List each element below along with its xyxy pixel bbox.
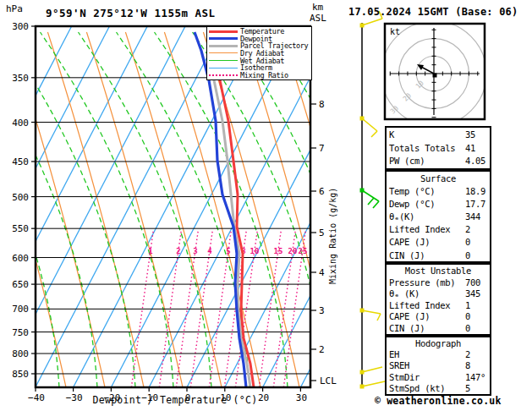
- pressure-tick-label: 700: [12, 304, 29, 315]
- stats-box-surface: SurfaceTemp (°C)18.9Dewp (°C)17.7θₑ(K)34…: [385, 170, 491, 263]
- stats-row-value: 345: [465, 288, 487, 300]
- hodograph: 102030kt: [381, 21, 486, 126]
- wind-barb-shaft: [362, 310, 381, 314]
- stats-row: CIN (J)0: [389, 249, 487, 262]
- stats-row-label: CAPE (J): [389, 236, 465, 249]
- stats-row: EH2: [389, 349, 487, 360]
- km-tick-label: 4: [319, 267, 325, 278]
- wet-adiabat-line: [79, 32, 212, 387]
- altitude-axis-unit-asl: ASL: [310, 13, 326, 24]
- wind-barb-shaft: [362, 118, 377, 131]
- wind-barb: [360, 367, 383, 375]
- dry-adiabat-line: [203, 32, 299, 387]
- pressure-tick-label: 650: [12, 279, 29, 290]
- pressure-tick-label: 450: [12, 156, 29, 167]
- stats-row-value: 2: [465, 349, 487, 360]
- dry-adiabat-line: [164, 32, 261, 387]
- stats-row-label: θₑ (K): [389, 288, 465, 300]
- stats-row: Lifted Index1: [389, 300, 487, 312]
- temperature-axis-label: Dewpoint / Temperature (°C): [36, 394, 315, 406]
- stats-row-value: 17.7: [465, 198, 487, 211]
- stats-row-label: CAPE (J): [389, 311, 465, 323]
- stats-row: Dewp (°C)17.7: [389, 198, 487, 211]
- mixing-ratio-value-label: 20: [288, 247, 298, 255]
- legend-line-swatch: [209, 30, 238, 33]
- stats-row-value: 35: [465, 129, 487, 142]
- hodograph-unit-label: kt: [390, 27, 400, 36]
- pressure-tick-label: 850: [12, 369, 29, 380]
- legend-label: Mixing Ratio: [240, 71, 288, 79]
- stats-box-most-unstable: Most UnstablePressure (mb)700θₑ (K)345Li…: [385, 263, 491, 336]
- stats-row-value: 0: [465, 236, 487, 249]
- legend-line-swatch: [209, 37, 238, 40]
- wet-adiabat-line: [497, 32, 532, 387]
- stats-row: CIN (J)0: [389, 323, 487, 335]
- dry-adiabat-line: [125, 32, 222, 387]
- pressure-tick-label: 550: [12, 223, 29, 234]
- stats-box-hodograph: HodographEH2SREH8StmDir147°StmSpd (kt)5: [385, 336, 491, 396]
- altitude-axis-unit-km: km: [312, 2, 323, 13]
- skewt-sounding-page: 1234581015202530035040045050055060065070…: [0, 0, 532, 411]
- stats-row-label: StmDir: [389, 372, 465, 383]
- stats-row-label: Temp (°C): [389, 185, 465, 198]
- stats-row-label: CIN (J): [389, 323, 465, 335]
- stats-row-label: EH: [389, 349, 465, 360]
- wind-barb-shaft: [362, 381, 385, 386]
- pressure-tick-label: 350: [12, 73, 29, 84]
- legend-line-swatch: [209, 68, 238, 68]
- wind-barb-shaft: [362, 190, 379, 201]
- stats-row: StmDir147°: [389, 372, 487, 383]
- stats-row-value: 0: [465, 323, 487, 335]
- mixing-ratio-value-label: 4: [207, 247, 212, 255]
- km-tick-label: 8: [319, 99, 325, 110]
- stats-row-value: 700: [465, 277, 487, 289]
- wind-barb: [360, 309, 381, 321]
- mixing-ratio-value-label: 15: [274, 247, 283, 255]
- mixing-ratio-value-label: 25: [299, 247, 308, 255]
- stats-row: PW (cm)4.05: [389, 155, 487, 168]
- pressure-tick-label: 500: [12, 192, 29, 203]
- mixing-ratio-value-label: 5: [226, 247, 230, 255]
- mixing-ratio-axis-label: Mixing Ratio (g/kg): [328, 188, 337, 284]
- stats-row: CAPE (J)0: [389, 311, 487, 323]
- stats-row-value: 147°: [465, 372, 487, 383]
- stats-row-value: 2: [465, 223, 487, 236]
- wind-barb-feather: [377, 314, 381, 321]
- stats-row-label: K: [389, 129, 465, 142]
- hodograph-origin-marker: [433, 74, 437, 78]
- km-tick-label: 5: [319, 227, 325, 238]
- stats-row: SREH8: [389, 360, 487, 371]
- pressure-axis-unit: hPa: [6, 3, 23, 14]
- wet-adiabat-line: [0, 32, 59, 387]
- stats-row-value: 0: [465, 311, 487, 323]
- stats-row: Temp (°C)18.9: [389, 185, 487, 198]
- wind-barb-feather: [371, 131, 377, 137]
- legend-dotted-line-swatch: [209, 74, 238, 76]
- wind-barb: [360, 189, 380, 209]
- wind-barb-feather: [373, 201, 379, 208]
- stats-row-value: 5: [465, 383, 487, 394]
- mixing-ratio-value-label: 2: [176, 247, 180, 255]
- stats-row-label: PW (cm): [389, 155, 465, 168]
- stats-row: Totals Totals41: [389, 142, 487, 156]
- stats-row-value: 344: [465, 211, 487, 223]
- km-tick-label: 7: [319, 143, 325, 154]
- pressure-tick-label: 600: [12, 253, 29, 264]
- stats-box-header: Hodograph: [389, 338, 487, 349]
- km-tick-label: 3: [319, 305, 325, 316]
- stats-row-label: θₑ(K): [389, 211, 465, 223]
- pressure-tick-label: 300: [12, 21, 29, 32]
- pressure-tick-label: 800: [12, 348, 29, 359]
- legend-line-swatch: [209, 45, 238, 47]
- wind-barb: [360, 381, 386, 389]
- copyright-note: © weatheronline.co.uk: [375, 395, 502, 407]
- km-tick-label: 2: [319, 344, 325, 355]
- stats-row: θₑ(K)344: [389, 211, 487, 223]
- stats-row-label: StmSpd (kt): [389, 383, 465, 394]
- stats-row-label: Pressure (mb): [389, 277, 465, 289]
- stats-row: Lifted Index2: [389, 223, 487, 236]
- dry-adiabat-line: [514, 32, 532, 387]
- stats-row: K35: [389, 129, 487, 142]
- wind-barb-shaft: [362, 367, 382, 372]
- stats-row-label: SREH: [389, 360, 465, 371]
